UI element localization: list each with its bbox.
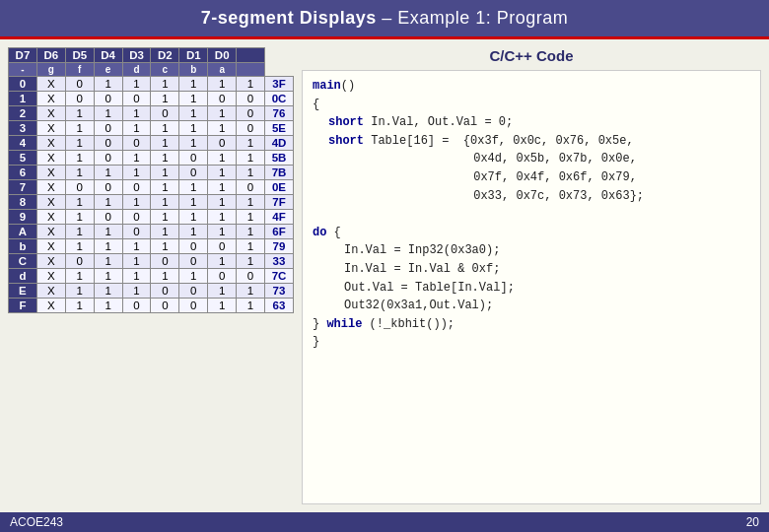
cell-d4: 0 — [122, 225, 151, 239]
cell-d2: 1 — [179, 92, 208, 106]
col-header-d6: D6 — [36, 48, 65, 63]
col-header-result — [237, 48, 265, 63]
cell-result: 4D — [265, 136, 294, 151]
cell-result: 5E — [265, 121, 294, 136]
cell-result: 0C — [265, 92, 294, 106]
cell-result: 73 — [265, 284, 294, 299]
cell-d4: 0 — [122, 136, 151, 151]
cell-d3: 1 — [151, 136, 179, 151]
cell-d6: 1 — [65, 151, 94, 166]
cell-d0: 1 — [237, 77, 265, 92]
cell-d0: 1 — [237, 166, 265, 180]
cell-d6: 1 — [65, 269, 94, 284]
cell-d5: 0 — [94, 210, 122, 225]
cell-d2: 1 — [179, 106, 208, 121]
cell-d2: 1 — [179, 121, 208, 136]
footer-right: 20 — [746, 515, 759, 529]
cell-d3: 0 — [151, 106, 179, 121]
table-row: CX011001133 — [9, 254, 294, 269]
cell-d3: 1 — [151, 77, 179, 92]
cell-d4: 1 — [122, 195, 151, 210]
cell-d4: 1 — [122, 121, 151, 136]
cell-d7: X — [36, 239, 65, 254]
row-label: 4 — [9, 136, 37, 151]
cell-d3: 1 — [151, 210, 179, 225]
cell-d7: X — [36, 225, 65, 239]
cell-d0: 0 — [237, 92, 265, 106]
cell-result: 7B — [265, 166, 294, 180]
cell-d6: 1 — [65, 210, 94, 225]
cell-d1: 1 — [208, 195, 237, 210]
col-header-d4: D4 — [94, 48, 122, 63]
cell-d6: 1 — [65, 284, 94, 299]
table-row: EX111001173 — [9, 284, 294, 299]
cell-result: 7F — [265, 195, 294, 210]
cell-d5: 1 — [94, 225, 122, 239]
footer-left: ACOE243 — [10, 515, 63, 529]
table-row: FX110001163 — [9, 299, 294, 313]
cell-d5: 1 — [94, 284, 122, 299]
cell-d3: 1 — [151, 225, 179, 239]
cell-d7: X — [36, 195, 65, 210]
code-box: main() { short In.Val, Out.Val = 0; shor… — [302, 70, 761, 504]
cell-d0: 0 — [237, 106, 265, 121]
cell-d4: 0 — [122, 210, 151, 225]
cell-result: 0E — [265, 180, 294, 195]
cell-d4: 0 — [122, 299, 151, 313]
cell-d1: 0 — [208, 269, 237, 284]
cell-d5: 1 — [94, 166, 122, 180]
row-label: 9 — [9, 210, 37, 225]
cell-d7: X — [36, 151, 65, 166]
col-header-d2: D2 — [151, 48, 179, 63]
cell-d7: X — [36, 136, 65, 151]
table-row: 9X10011114F — [9, 210, 294, 225]
cell-d3: 0 — [151, 299, 179, 313]
cell-d1: 1 — [208, 254, 237, 269]
col-header-d7: D7 — [9, 48, 37, 63]
cell-d6: 1 — [65, 121, 94, 136]
table-row: 8X11111117F — [9, 195, 294, 210]
cell-d6: 0 — [65, 92, 94, 106]
cell-d7: X — [36, 92, 65, 106]
cell-d1: 1 — [208, 151, 237, 166]
cell-d0: 1 — [237, 225, 265, 239]
table-row: 1X00011000C — [9, 92, 294, 106]
cell-d4: 1 — [122, 106, 151, 121]
cell-d3: 1 — [151, 92, 179, 106]
cell-d2: 1 — [179, 210, 208, 225]
cell-d3: 1 — [151, 239, 179, 254]
table-row: AX11011116F — [9, 225, 294, 239]
col-sub-b: b — [179, 63, 208, 77]
cell-d2: 0 — [179, 151, 208, 166]
cell-d1: 0 — [208, 239, 237, 254]
cell-d2: 1 — [179, 77, 208, 92]
row-label: E — [9, 284, 37, 299]
cell-d4: 1 — [122, 254, 151, 269]
row-label: 6 — [9, 166, 37, 180]
row-label: d — [9, 269, 37, 284]
cell-d7: X — [36, 284, 65, 299]
table-row: 3X10111105E — [9, 121, 294, 136]
cell-d3: 1 — [151, 151, 179, 166]
col-header-d0: D0 — [208, 48, 237, 63]
cell-d7: X — [36, 121, 65, 136]
code-section: C/C++ Code main() { short In.Val, Out.Va… — [302, 47, 761, 504]
cell-d6: 1 — [65, 299, 94, 313]
cell-d3: 1 — [151, 121, 179, 136]
col-sub-dash: - — [9, 63, 37, 77]
cell-d4: 1 — [122, 284, 151, 299]
row-label: 5 — [9, 151, 37, 166]
cell-d6: 1 — [65, 239, 94, 254]
cell-d2: 1 — [179, 195, 208, 210]
cell-d4: 0 — [122, 92, 151, 106]
cell-d1: 1 — [208, 299, 237, 313]
cell-d6: 1 — [65, 225, 94, 239]
cell-d7: X — [36, 166, 65, 180]
cell-d1: 0 — [208, 92, 237, 106]
cell-d0: 1 — [237, 136, 265, 151]
cell-d0: 1 — [237, 210, 265, 225]
cell-d7: X — [36, 269, 65, 284]
cell-d4: 1 — [122, 151, 151, 166]
cell-d5: 0 — [94, 151, 122, 166]
table-header-row1: D7 D6 D5 D4 D3 D2 D1 D0 — [9, 48, 294, 63]
